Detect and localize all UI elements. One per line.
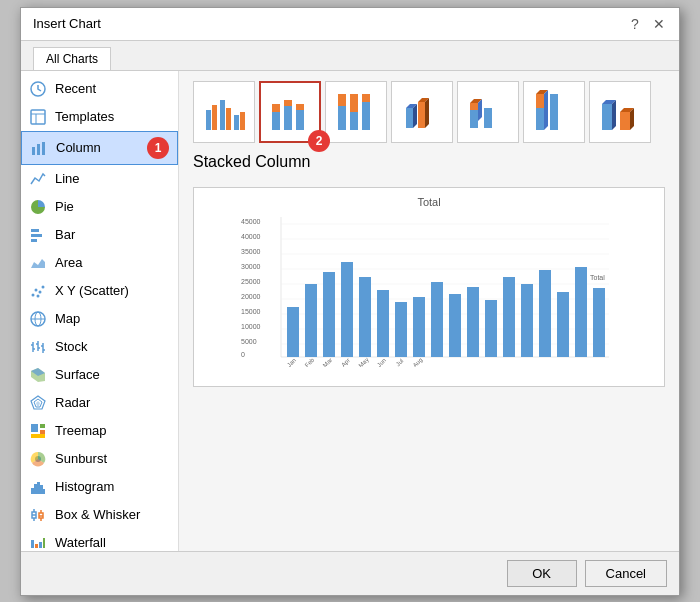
svg-text:40000: 40000 (241, 233, 261, 240)
svg-rect-124 (287, 307, 299, 357)
ok-button[interactable]: OK (507, 560, 577, 587)
sidebar-label-column: Column (56, 140, 101, 155)
sidebar-item-column[interactable]: Column 1 (21, 131, 178, 165)
sidebar-item-waterfall[interactable]: Waterfall (21, 529, 178, 551)
svg-text:25000: 25000 (241, 278, 261, 285)
annotation-1: 1 (147, 137, 169, 159)
sidebar-label-box-whisker: Box & Whisker (55, 507, 140, 522)
svg-marker-86 (425, 98, 429, 128)
svg-rect-139 (557, 292, 569, 357)
svg-rect-125 (305, 284, 317, 357)
sidebar-label-sunburst: Sunburst (55, 451, 107, 466)
help-button[interactable]: ? (627, 16, 643, 32)
close-button[interactable]: ✕ (651, 16, 667, 32)
svg-text:10000: 10000 (241, 323, 261, 330)
svg-rect-54 (43, 538, 45, 548)
svg-rect-81 (406, 108, 413, 128)
svg-rect-71 (284, 106, 292, 130)
svg-rect-136 (503, 277, 515, 357)
sidebar-item-line[interactable]: Line (21, 165, 178, 193)
sidebar-item-templates[interactable]: Templates (21, 103, 178, 131)
templates-icon (29, 108, 47, 126)
svg-rect-8 (31, 234, 42, 237)
sidebar-item-histogram[interactable]: Histogram (21, 473, 178, 501)
svg-text:15000: 15000 (241, 308, 261, 315)
chart-preview: Total 45000 40000 35000 30000 25000 2000… (193, 187, 665, 387)
dialog-body: Recent Templates Column 1 (21, 71, 679, 551)
sidebar-item-area[interactable]: Area (21, 249, 178, 277)
svg-rect-41 (40, 485, 43, 494)
thumbnail-3d-clustered[interactable] (391, 81, 453, 143)
cancel-button[interactable]: Cancel (585, 560, 667, 587)
svg-text:30000: 30000 (241, 263, 261, 270)
sidebar-label-waterfall: Waterfall (55, 535, 106, 550)
sidebar-item-sunburst[interactable]: Sunburst (21, 445, 178, 473)
column-icon (30, 139, 48, 157)
svg-text:Aug: Aug (412, 356, 424, 366)
bar-icon (29, 226, 47, 244)
svg-text:Jan: Jan (286, 357, 297, 367)
sidebar-item-pie[interactable]: Pie (21, 193, 178, 221)
sidebar-item-surface[interactable]: Surface (21, 361, 178, 389)
area-icon (29, 254, 47, 272)
svg-rect-63 (206, 110, 211, 130)
sidebar-item-recent[interactable]: Recent (21, 75, 178, 103)
svg-rect-131 (413, 297, 425, 357)
svg-rect-6 (42, 142, 45, 155)
sidebar-item-map[interactable]: Map (21, 305, 178, 333)
svg-rect-5 (37, 144, 40, 155)
chart-preview-title: Total (202, 196, 656, 208)
sidebar-label-surface: Surface (55, 367, 100, 382)
thumbnail-3d-column[interactable] (589, 81, 651, 143)
surface-icon (29, 366, 47, 384)
sidebar-label-histogram: Histogram (55, 479, 114, 494)
thumbnail-3d-100-stacked[interactable] (523, 81, 585, 143)
thumbnail-100-stacked-column[interactable] (325, 81, 387, 143)
svg-rect-73 (296, 110, 304, 130)
thumbnail-clustered-column[interactable] (193, 81, 255, 143)
svg-rect-132 (431, 282, 443, 357)
svg-rect-4 (32, 147, 35, 155)
tab-all-charts[interactable]: All Charts (33, 47, 111, 70)
thumbnail-stacked-column[interactable]: 2 (259, 81, 321, 143)
svg-text:Feb: Feb (304, 356, 316, 367)
sunburst-icon (29, 450, 47, 468)
treemap-icon (29, 422, 47, 440)
thumbnail-3d-stacked[interactable] (457, 81, 519, 143)
title-bar-controls: ? ✕ (627, 16, 667, 32)
content-area: 2 (179, 71, 679, 551)
line-icon (29, 170, 47, 188)
svg-rect-53 (39, 542, 42, 548)
pie-icon (29, 198, 47, 216)
svg-rect-140 (575, 267, 587, 357)
svg-marker-32 (36, 401, 40, 406)
svg-rect-91 (484, 108, 492, 128)
svg-text:Jun: Jun (376, 357, 387, 367)
sidebar-item-radar[interactable]: Radar (21, 389, 178, 417)
svg-text:20000: 20000 (241, 293, 261, 300)
svg-text:0: 0 (241, 351, 245, 358)
svg-text:Mar: Mar (322, 356, 334, 366)
svg-rect-87 (470, 110, 478, 128)
chart-preview-svg: 45000 40000 35000 30000 25000 20000 1500… (202, 212, 656, 367)
svg-rect-74 (296, 104, 304, 110)
svg-marker-83 (413, 104, 417, 128)
sidebar-label-treemap: Treemap (55, 423, 107, 438)
sidebar-item-treemap[interactable]: Treemap (21, 417, 178, 445)
sidebar-item-bar[interactable]: Bar (21, 221, 178, 249)
map-icon (29, 310, 47, 328)
histogram-icon (29, 478, 47, 496)
svg-rect-127 (341, 262, 353, 357)
svg-rect-65 (220, 100, 225, 130)
svg-rect-133 (449, 294, 461, 357)
sidebar-item-stock[interactable]: Stock (21, 333, 178, 361)
sidebar-item-box-whisker[interactable]: Box & Whisker (21, 501, 178, 529)
svg-marker-10 (31, 259, 45, 268)
svg-rect-150 (579, 272, 587, 280)
sidebar-label-map: Map (55, 311, 80, 326)
svg-rect-100 (620, 112, 630, 130)
sidebar-item-xy-scatter[interactable]: X Y (Scatter) (21, 277, 178, 305)
annotation-2: 2 (308, 130, 330, 152)
dialog-title: Insert Chart (33, 16, 101, 31)
scatter-icon (29, 282, 47, 300)
